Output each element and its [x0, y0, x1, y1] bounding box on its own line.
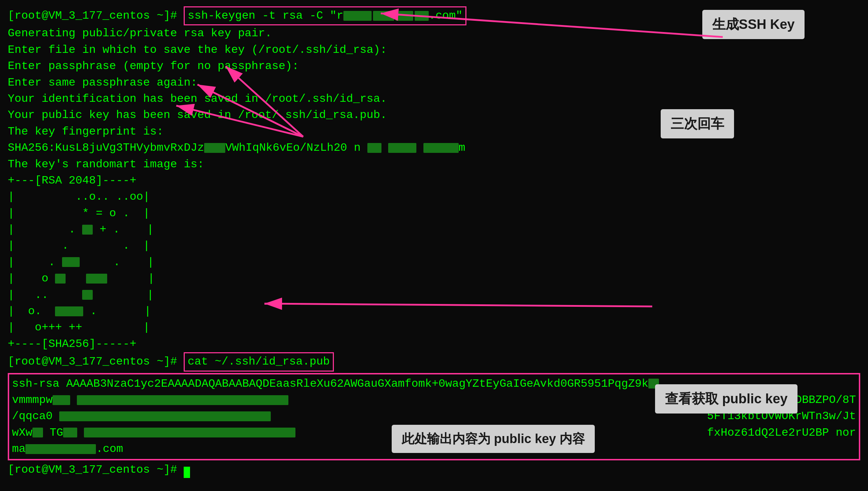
line-4: Enter passphrase (empty for no passphras… [8, 58, 860, 74]
prompt-1: [root@VM_3_177_centos ~]# [8, 9, 184, 22]
line-21: +----[SHA256]-----+ [8, 336, 860, 352]
line-10: The key's randomart image is: [8, 156, 860, 173]
line-9: SHA256:KusL8juVg3THVybmvRxDJzVWhIqNk6vEo… [8, 140, 860, 156]
line-22: [root@VM_3_177_centos ~]# cat ~/.ssh/id_… [8, 352, 860, 371]
terminal: [root@VM_3_177_centos ~]# ssh-keygen -t … [0, 0, 868, 491]
prompt-22: [root@VM_3_177_centos ~]# [8, 355, 184, 368]
annotation-three-enter: 三次回车 [661, 109, 734, 138]
line-3: Enter file in which to save the key (/ro… [8, 42, 860, 58]
annotation-view-pubkey: 查看获取 public key [655, 384, 797, 414]
annotation-generate-ssh: 生成SSH Key [702, 10, 805, 39]
cursor [184, 467, 190, 478]
line-15: | . . | [8, 238, 860, 254]
keygen-command: ssh-keygen -t rsa -C "r.com" [184, 6, 466, 25]
line-11: +---[RSA 2048]----+ [8, 173, 860, 189]
annotation-pubkey-content: 此处输出内容为 public key 内容 [392, 425, 595, 453]
line-14: | . + . | [8, 222, 860, 238]
line-12: | ..o.. ..oo| [8, 189, 860, 205]
cat-command: cat ~/.ssh/id_rsa.pub [184, 352, 334, 371]
line-6: Your identification has been saved in /r… [8, 91, 860, 107]
line-last: [root@VM_3_177_centos ~]# [8, 462, 860, 478]
line-17: | o | [8, 271, 860, 287]
prompt-last: [root@VM_3_177_centos ~]# [8, 463, 184, 476]
line-19: | o. . | [8, 303, 860, 319]
line-13: | * = o . | [8, 205, 860, 222]
line-5: Enter same passphrase again: [8, 75, 860, 91]
line-20: | o+++ ++ | [8, 319, 860, 336]
line-18: | .. | [8, 287, 860, 303]
line-16: | . . | [8, 254, 860, 271]
